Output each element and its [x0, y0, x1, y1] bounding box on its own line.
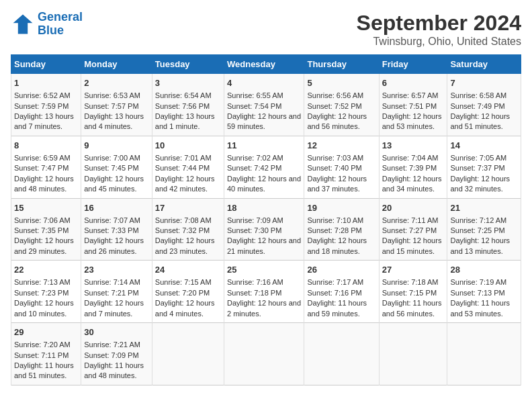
sunset: Sunset: 7:49 PM: [450, 102, 504, 110]
day-number: 21: [450, 202, 518, 214]
cell-5-3: [152, 323, 224, 385]
day-number: 26: [307, 264, 375, 276]
daylight: Daylight: 11 hours and 51 minutes.: [14, 361, 74, 379]
daylight: Daylight: 12 hours and 21 minutes.: [227, 236, 301, 255]
daylight: Daylight: 12 hours and 42 minutes.: [155, 175, 215, 193]
col-header-tuesday: Tuesday: [152, 55, 224, 74]
calendar-table: SundayMondayTuesdayWednesdayThursdayFrid…: [11, 54, 521, 385]
sunset: Sunset: 7:27 PM: [382, 226, 437, 234]
sunset: Sunset: 7:39 PM: [382, 164, 437, 172]
sunrise: Sunrise: 7:21 AM: [84, 340, 140, 349]
sunset: Sunset: 7:44 PM: [155, 164, 210, 172]
week-row-3: 15Sunrise: 7:06 AMSunset: 7:35 PMDayligh…: [11, 198, 521, 261]
daylight: Daylight: 12 hours and 37 minutes.: [307, 175, 367, 193]
empty-cell: [227, 326, 301, 373]
daylight: Daylight: 12 hours and 4 minutes.: [155, 299, 215, 317]
title-area: September 2024 Twinsburg, Ohio, United S…: [357, 11, 521, 48]
cell-1-5: 5Sunrise: 6:56 AMSunset: 7:52 PMDaylight…: [304, 74, 379, 136]
cell-3-4: 18Sunrise: 7:09 AMSunset: 7:30 PMDayligh…: [224, 198, 304, 261]
cell-2-3: 10Sunrise: 7:01 AMSunset: 7:44 PMDayligh…: [152, 136, 224, 198]
daylight: Daylight: 12 hours and 51 minutes.: [450, 112, 510, 130]
cell-1-2: 2Sunrise: 6:53 AMSunset: 7:57 PMDaylight…: [81, 74, 152, 136]
day-number: 4: [227, 77, 301, 89]
daylight: Daylight: 12 hours and 59 minutes.: [227, 112, 301, 130]
daylight: Daylight: 12 hours and 10 minutes.: [14, 299, 74, 317]
cell-3-5: 19Sunrise: 7:10 AMSunset: 7:28 PMDayligh…: [304, 198, 379, 261]
daylight: Daylight: 11 hours and 59 minutes.: [307, 299, 367, 317]
week-row-5: 29Sunrise: 7:20 AMSunset: 7:11 PMDayligh…: [11, 323, 521, 385]
main-title: September 2024: [357, 11, 521, 36]
sunrise: Sunrise: 7:07 AM: [84, 216, 140, 224]
cell-4-2: 23Sunrise: 7:14 AMSunset: 7:21 PMDayligh…: [81, 261, 152, 323]
cell-3-7: 21Sunrise: 7:12 AMSunset: 7:25 PMDayligh…: [447, 198, 521, 261]
daylight: Daylight: 11 hours and 53 minutes.: [450, 299, 510, 317]
daylight: Daylight: 11 hours and 48 minutes.: [84, 361, 144, 379]
cell-1-6: 6Sunrise: 6:57 AMSunset: 7:51 PMDaylight…: [379, 74, 447, 136]
sunrise: Sunrise: 7:03 AM: [307, 154, 363, 162]
sunset: Sunset: 7:33 PM: [84, 226, 138, 234]
day-number: 28: [450, 264, 518, 276]
cell-2-1: 8Sunrise: 6:59 AMSunset: 7:47 PMDaylight…: [11, 136, 81, 198]
subtitle: Twinsburg, Ohio, United States: [357, 36, 521, 48]
sunset: Sunset: 7:37 PM: [450, 164, 504, 172]
cell-1-7: 7Sunrise: 6:58 AMSunset: 7:49 PMDaylight…: [447, 74, 521, 136]
day-number: 5: [307, 77, 375, 89]
empty-cell: [307, 326, 375, 373]
day-number: 17: [155, 202, 221, 214]
sunset: Sunset: 7:09 PM: [84, 351, 138, 359]
day-number: 2: [84, 77, 149, 89]
sunrise: Sunrise: 7:05 AM: [450, 154, 506, 162]
daylight: Daylight: 12 hours and 26 minutes.: [84, 236, 144, 255]
sunset: Sunset: 7:35 PM: [14, 226, 69, 234]
header: General Blue September 2024 Twinsburg, O…: [11, 11, 521, 48]
sunrise: Sunrise: 7:12 AM: [450, 216, 506, 224]
sunrise: Sunrise: 6:58 AM: [450, 91, 506, 99]
cell-5-2: 30Sunrise: 7:21 AMSunset: 7:09 PMDayligh…: [81, 323, 152, 385]
day-number: 10: [155, 140, 221, 152]
sunrise: Sunrise: 7:08 AM: [155, 216, 212, 224]
daylight: Daylight: 12 hours and 45 minutes.: [84, 175, 144, 193]
sunrise: Sunrise: 7:17 AM: [307, 278, 363, 286]
sunset: Sunset: 7:21 PM: [84, 289, 138, 297]
sunrise: Sunrise: 7:11 AM: [382, 216, 439, 224]
sunrise: Sunrise: 7:00 AM: [84, 154, 140, 162]
daylight: Daylight: 12 hours and 15 minutes.: [382, 236, 442, 255]
sunset: Sunset: 7:54 PM: [227, 102, 281, 110]
empty-cell: [155, 326, 221, 373]
col-header-friday: Friday: [379, 55, 447, 74]
sunrise: Sunrise: 6:56 AM: [307, 91, 363, 99]
sunset: Sunset: 7:47 PM: [14, 164, 69, 172]
cell-5-7: [447, 323, 521, 385]
col-header-saturday: Saturday: [447, 55, 521, 74]
sunset: Sunset: 7:56 PM: [155, 102, 210, 110]
logo: General Blue: [11, 11, 83, 38]
col-header-thursday: Thursday: [304, 55, 379, 74]
cell-2-4: 11Sunrise: 7:02 AMSunset: 7:42 PMDayligh…: [224, 136, 304, 198]
day-number: 6: [382, 77, 445, 89]
logo-line2: Blue: [38, 24, 64, 37]
cell-3-6: 20Sunrise: 7:11 AMSunset: 7:27 PMDayligh…: [379, 198, 447, 261]
cell-2-2: 9Sunrise: 7:00 AMSunset: 7:45 PMDaylight…: [81, 136, 152, 198]
daylight: Daylight: 12 hours and 29 minutes.: [14, 236, 74, 255]
svg-marker-0: [13, 14, 33, 34]
sunrise: Sunrise: 6:59 AM: [14, 154, 71, 162]
sunrise: Sunrise: 7:16 AM: [227, 278, 283, 286]
cell-1-4: 4Sunrise: 6:55 AMSunset: 7:54 PMDaylight…: [224, 74, 304, 136]
day-number: 15: [14, 202, 78, 214]
day-number: 8: [14, 140, 78, 152]
logo-line1: General: [38, 10, 83, 24]
sunset: Sunset: 7:45 PM: [84, 164, 138, 172]
cell-5-6: [379, 323, 447, 385]
day-number: 30: [84, 326, 149, 338]
day-number: 18: [227, 202, 301, 214]
day-number: 19: [307, 202, 375, 214]
daylight: Daylight: 12 hours and 13 minutes.: [450, 236, 510, 255]
day-number: 11: [227, 140, 301, 152]
day-number: 7: [450, 77, 518, 89]
empty-cell: [450, 326, 518, 373]
sunrise: Sunrise: 7:19 AM: [450, 278, 506, 286]
sunset: Sunset: 7:32 PM: [155, 226, 210, 234]
sunrise: Sunrise: 6:54 AM: [155, 91, 212, 99]
cell-4-3: 24Sunrise: 7:15 AMSunset: 7:20 PMDayligh…: [152, 261, 224, 323]
daylight: Daylight: 13 hours and 7 minutes.: [14, 112, 74, 130]
